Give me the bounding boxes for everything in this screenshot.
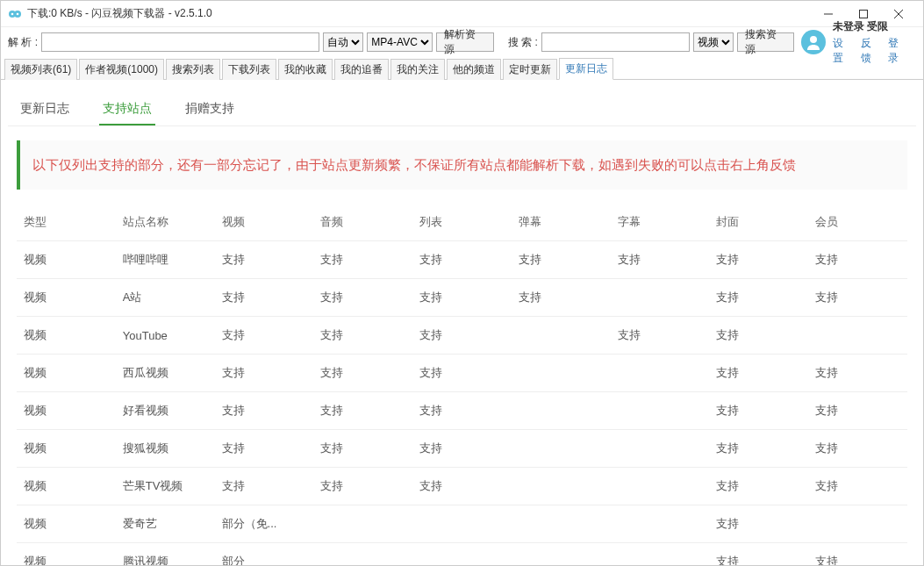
table-cell [808, 505, 907, 543]
table-cell [611, 505, 710, 543]
table-cell: 支持 [709, 355, 808, 392]
table-header-cell: 类型 [17, 204, 116, 241]
avatar[interactable] [801, 30, 826, 54]
table-cell: 支持 [709, 317, 808, 355]
table-cell [611, 543, 710, 566]
window-title: 下载:0 KB/s - 闪豆视频下载器 - v2.5.1.0 [27, 6, 811, 21]
table-cell: 支持 [709, 241, 808, 279]
table-header-cell: 弹幕 [512, 204, 611, 241]
table-header-cell: 字幕 [611, 204, 710, 241]
sub-tab[interactable]: 捐赠支持 [182, 94, 238, 125]
table-row: 视频哔哩哔哩支持支持支持支持支持支持支持 [17, 241, 907, 279]
toolbar: 解 析 : 自动 MP4-AVC 解析资源 搜 索 : 视频 搜索资源 未登录 … [1, 27, 923, 57]
parse-button[interactable]: 解析资源 [436, 32, 494, 52]
sub-tab[interactable]: 支持站点 [99, 94, 155, 125]
main-tab[interactable]: 他的频道 [447, 59, 501, 80]
main-tab[interactable]: 作者视频(1000) [79, 59, 164, 80]
table-row: 视频西瓜视频支持支持支持支持支持 [17, 355, 907, 392]
table-cell: 西瓜视频 [116, 355, 215, 392]
table-cell [412, 543, 512, 566]
table-cell: 爱奇艺 [116, 505, 215, 543]
app-icon [8, 7, 22, 21]
table-cell: 支持 [215, 430, 314, 468]
format-select[interactable]: MP4-AVC [367, 32, 433, 52]
table-cell: 支持 [215, 279, 314, 317]
table-cell: 视频 [17, 241, 116, 279]
table-cell [313, 543, 412, 566]
table-cell: 支持 [412, 392, 512, 430]
table-header-cell: 列表 [412, 204, 512, 241]
parse-input[interactable] [41, 32, 319, 52]
table-cell: 支持 [412, 468, 512, 505]
main-tab[interactable]: 视频列表(61) [4, 59, 77, 80]
main-tab[interactable]: 下载列表 [222, 59, 276, 80]
search-input[interactable] [541, 32, 690, 52]
table-body: 视频哔哩哔哩支持支持支持支持支持支持支持视频A站支持支持支持支持支持支持视频Yo… [17, 241, 907, 566]
sub-tabs: 更新日志支持站点捐赠支持 [8, 87, 916, 126]
mode-select[interactable]: 自动 [323, 32, 363, 52]
main-tab[interactable]: 我的收藏 [278, 59, 333, 80]
table-cell: 支持 [412, 317, 512, 355]
main-tabs: 视频列表(61)作者视频(1000)搜索列表下载列表我的收藏我的追番我的关注他的… [1, 57, 923, 80]
table-cell [611, 355, 710, 392]
search-button[interactable]: 搜索资源 [737, 32, 795, 52]
table-cell: 哔哩哔哩 [116, 241, 215, 279]
table-cell: 支持 [808, 543, 907, 566]
table-cell: 支持 [808, 279, 907, 317]
svg-point-8 [810, 36, 817, 43]
table-header-cell: 音频 [313, 204, 412, 241]
table-cell: 支持 [611, 241, 710, 279]
table-cell: 支持 [808, 392, 907, 430]
table-cell: 视频 [17, 543, 116, 566]
titlebar: 下载:0 KB/s - 闪豆视频下载器 - v2.5.1.0 [1, 1, 923, 27]
table-cell: 支持 [313, 430, 412, 468]
svg-rect-5 [860, 10, 868, 18]
table-cell: 支持 [313, 317, 412, 355]
table-row: 视频腾讯视频部分支持支持 [17, 543, 907, 566]
search-type-select[interactable]: 视频 [693, 32, 734, 52]
table-cell: 搜狐视频 [116, 430, 215, 468]
table-cell: 支持 [611, 317, 710, 355]
table-cell [512, 392, 611, 430]
table-cell: 视频 [17, 392, 116, 430]
table-cell: 好看视频 [116, 392, 215, 430]
table-cell: 支持 [215, 317, 314, 355]
sub-tab[interactable]: 更新日志 [17, 94, 73, 125]
table-header-cell: 视频 [215, 204, 314, 241]
main-tab[interactable]: 定时更新 [503, 59, 557, 80]
main-tab[interactable]: 我的关注 [390, 59, 445, 80]
table-cell: 腾讯视频 [116, 543, 215, 566]
table-row: 视频搜狐视频支持支持支持支持支持 [17, 430, 907, 468]
table-cell: 支持 [215, 241, 314, 279]
table-cell: 视频 [17, 279, 116, 317]
table-cell: 支持 [215, 392, 314, 430]
table-cell: A站 [116, 279, 215, 317]
table-cell: 部分（免... [215, 505, 314, 543]
main-tab[interactable]: 搜索列表 [166, 59, 220, 80]
table-cell: 支持 [512, 241, 611, 279]
table-cell: 支持 [313, 279, 412, 317]
table-cell: 支持 [512, 279, 611, 317]
table-header-row: 类型站点名称视频音频列表弹幕字幕封面会员 [17, 204, 907, 241]
table-cell: 支持 [412, 279, 512, 317]
main-tab[interactable]: 更新日志 [559, 58, 613, 80]
table-cell: 支持 [709, 468, 808, 505]
table-row: 视频芒果TV视频支持支持支持支持支持 [17, 468, 907, 505]
table-cell: 视频 [17, 468, 116, 505]
table-header-cell: 封面 [709, 204, 808, 241]
table-cell: 支持 [808, 355, 907, 392]
table-header-cell: 站点名称 [116, 204, 215, 241]
table-row: 视频YouTube支持支持支持支持支持 [17, 317, 907, 355]
table-cell: 支持 [709, 279, 808, 317]
table-cell: 视频 [17, 355, 116, 392]
parse-label: 解 析 : [8, 35, 38, 50]
table-cell: 部分 [215, 543, 314, 566]
table-cell: 视频 [17, 317, 116, 355]
table-row: 视频好看视频支持支持支持支持支持 [17, 392, 907, 430]
table-cell: 支持 [808, 430, 907, 468]
table-cell: 支持 [808, 468, 907, 505]
table-cell: 支持 [709, 392, 808, 430]
main-tab[interactable]: 我的追番 [334, 59, 389, 80]
table-cell: 支持 [412, 355, 512, 392]
table-cell [808, 317, 907, 355]
